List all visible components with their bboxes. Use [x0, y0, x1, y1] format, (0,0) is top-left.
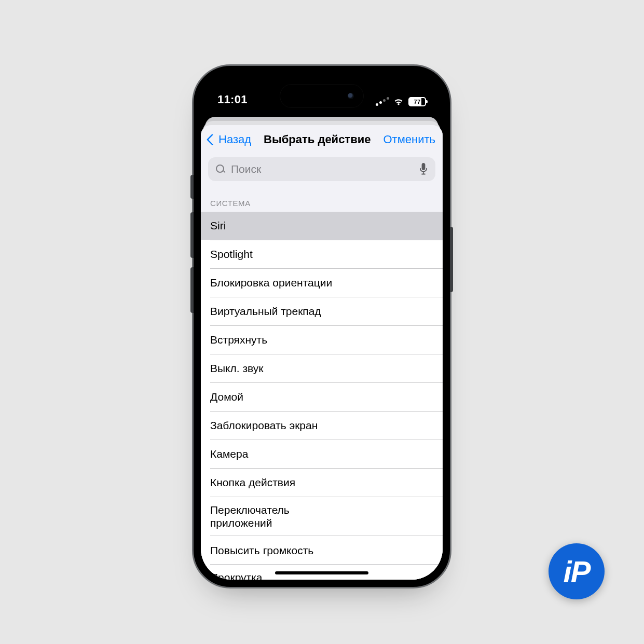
site-logo: iP — [549, 543, 605, 599]
logo-text: iP — [564, 554, 590, 589]
volume-up-button — [190, 212, 194, 258]
battery-icon: 77 — [408, 97, 426, 106]
page-title: Выбрать действие — [264, 133, 371, 146]
search-icon — [215, 164, 226, 174]
list-item[interactable]: Siri — [201, 212, 443, 240]
side-button — [450, 227, 453, 292]
list-item[interactable]: Виртуальный трекпад — [201, 297, 443, 325]
list-item[interactable]: Встряхнуть — [201, 326, 443, 354]
list-item[interactable]: Повысить громкость — [201, 536, 443, 564]
cellular-icon — [375, 97, 389, 106]
nav-bar: Назад Выбрать действие Отменить — [201, 125, 443, 154]
list-item[interactable]: Заблокировать экран — [201, 412, 443, 440]
back-label: Назад — [218, 133, 251, 146]
home-indicator[interactable] — [275, 571, 368, 574]
list-item[interactable]: Кнопка действия — [201, 469, 443, 497]
modal-sheet: Назад Выбрать действие Отменить Поиск СИ… — [201, 125, 443, 580]
dynamic-island — [280, 85, 363, 107]
wifi-icon — [393, 98, 404, 106]
list-item[interactable]: Переключатель приложений — [201, 497, 443, 536]
list-item[interactable]: Выкл. звук — [201, 354, 443, 382]
phone-mockup: 11:01 77 Назад Выбрать действие Отменить — [192, 64, 451, 588]
action-list[interactable]: СИСТЕМА Siri Spotlight Блокировка ориент… — [201, 188, 443, 580]
volume-down-button — [190, 267, 194, 313]
list-item[interactable]: Домой — [201, 383, 443, 411]
list-item[interactable]: Камера — [201, 440, 443, 468]
status-time: 11:01 — [217, 93, 248, 106]
section-header: СИСТЕМА — [201, 188, 443, 212]
search-input[interactable]: Поиск — [208, 157, 435, 181]
screen: 11:01 77 Назад Выбрать действие Отменить — [201, 73, 443, 580]
dictation-icon[interactable] — [419, 163, 428, 175]
silent-switch — [190, 175, 194, 199]
chevron-left-icon — [207, 133, 218, 145]
back-button[interactable]: Назад — [208, 133, 251, 146]
list-item[interactable]: Spotlight — [201, 240, 443, 268]
battery-level: 77 — [414, 99, 421, 105]
list-item[interactable]: Блокировка ориентации — [201, 269, 443, 297]
cancel-button[interactable]: Отменить — [383, 133, 435, 146]
search-placeholder: Поиск — [231, 163, 414, 175]
